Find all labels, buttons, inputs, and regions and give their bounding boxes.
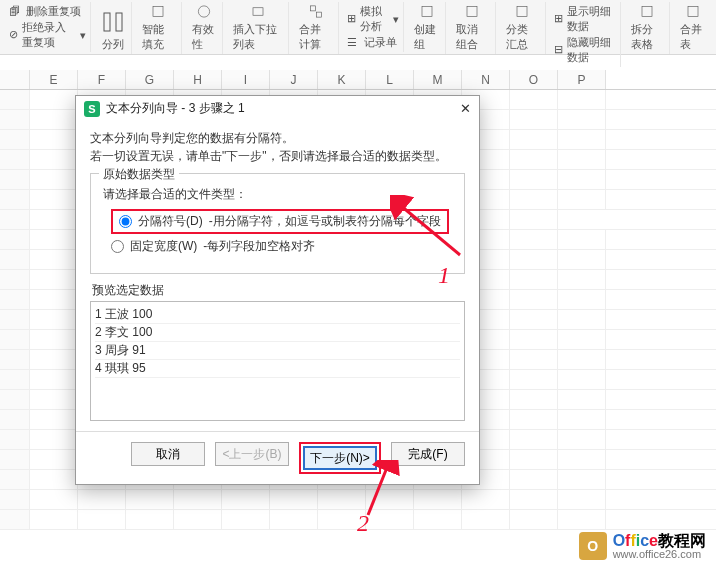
ribbon-toolbar: 🗐删除重复项 ⊘拒绝录入重复项 ▾ 分列 智能填充 有效性 插入下拉列表 合并计…	[0, 0, 716, 55]
col-header[interactable]	[0, 70, 30, 89]
detail-group: ⊞显示明细数据 ⊟隐藏明细数据	[550, 2, 621, 67]
subtotal-icon	[510, 4, 534, 19]
ungroup-icon	[460, 4, 484, 19]
col-header[interactable]: F	[78, 70, 126, 89]
svg-rect-8	[467, 7, 477, 17]
svg-rect-9	[517, 7, 527, 17]
columns-icon	[101, 10, 125, 34]
column-headers: E F G H I J K L M N O P	[0, 70, 716, 90]
svg-point-3	[198, 6, 209, 17]
preview-label: 预览选定数据	[92, 282, 465, 299]
col-header[interactable]: L	[366, 70, 414, 89]
create-group-button[interactable]: 创建组	[408, 2, 446, 54]
svg-rect-5	[310, 6, 315, 11]
merge-icon	[304, 4, 328, 19]
watermark-url: www.office26.com	[613, 549, 706, 560]
fixed-width-radio-label: 固定宽度(W)	[130, 238, 197, 255]
smart-fill-button[interactable]: 智能填充	[136, 2, 182, 54]
cancel-button[interactable]: 取消	[131, 442, 205, 466]
col-header[interactable]: H	[174, 70, 222, 89]
watermark-brand: Office教程网	[613, 533, 706, 549]
col-header[interactable]: G	[126, 70, 174, 89]
dialog-button-bar: 取消 <上一步(B) 下一步(N)> 完成(F)	[76, 431, 479, 484]
delete-duplicates-button[interactable]: 🗐删除重复项	[9, 4, 81, 19]
split-table-button[interactable]: 拆分表格	[625, 2, 671, 54]
reject-duplicates-button[interactable]: ⊘拒绝录入重复项 ▾	[9, 20, 86, 50]
svg-rect-11	[688, 7, 698, 17]
col-header[interactable]: P	[558, 70, 606, 89]
svg-rect-1	[116, 13, 122, 31]
group-icon	[415, 4, 439, 19]
watermark-icon: O	[579, 532, 607, 560]
watermark: O Office教程网 www.office26.com	[579, 532, 706, 560]
col-header[interactable]: M	[414, 70, 462, 89]
dialog-description: 文本分列向导判定您的数据有分隔符。 若一切设置无误，请单击"下一步"，否则请选择…	[90, 129, 465, 165]
data-preview: 1 王波 100 2 李文 100 3 周身 91 4 琪琪 95	[90, 301, 465, 421]
col-header[interactable]: K	[318, 70, 366, 89]
mock-analysis-button[interactable]: ⊞模拟分析 ▾	[347, 4, 399, 34]
ungroup-button[interactable]: 取消组合	[450, 2, 496, 54]
col-header[interactable]: E	[30, 70, 78, 89]
validity-icon	[192, 4, 216, 19]
insert-dropdown-button[interactable]: 插入下拉列表	[227, 2, 289, 54]
fixed-width-radio[interactable]	[111, 240, 124, 253]
annotation-arrow-1	[390, 195, 470, 265]
annotation-number-1: 1	[438, 262, 450, 289]
merge-table-button[interactable]: 合并表	[674, 2, 711, 54]
dialog-title: 文本分列向导 - 3 步骤之 1	[106, 100, 245, 117]
svg-rect-4	[253, 8, 263, 16]
show-detail-button[interactable]: ⊞显示明细数据	[554, 4, 616, 34]
record-analysis-group: ⊞模拟分析 ▾ ☰记录单	[343, 2, 404, 52]
delimited-radio-label: 分隔符号(D)	[138, 213, 203, 230]
close-button[interactable]: ✕	[460, 101, 471, 116]
svg-rect-6	[316, 12, 321, 17]
svg-rect-7	[422, 7, 432, 17]
merge-calc-button[interactable]: 合并计算	[293, 2, 339, 54]
hide-detail-button[interactable]: ⊟隐藏明细数据	[554, 35, 616, 65]
merge-table-icon	[681, 4, 705, 19]
col-header[interactable]: I	[222, 70, 270, 89]
svg-line-12	[400, 205, 460, 255]
dropdown-icon	[246, 4, 270, 19]
fixed-width-radio-desc: -每列字段加空格对齐	[203, 238, 315, 255]
annotation-number-2: 2	[357, 510, 369, 537]
split-table-icon	[635, 4, 659, 19]
text-to-columns-button[interactable]: 分列	[95, 2, 132, 54]
validity-button[interactable]: 有效性	[186, 2, 224, 54]
delimited-radio[interactable]	[119, 215, 132, 228]
duplicate-group: 🗐删除重复项 ⊘拒绝录入重复项 ▾	[5, 2, 91, 52]
text-to-columns-wizard-dialog: S 文本分列向导 - 3 步骤之 1 ✕ 文本分列向导判定您的数据有分隔符。 若…	[75, 95, 480, 485]
svg-rect-10	[642, 7, 652, 17]
dialog-titlebar[interactable]: S 文本分列向导 - 3 步骤之 1 ✕	[76, 96, 479, 121]
subtotal-button[interactable]: 分类汇总	[500, 2, 546, 54]
record-sheet-button[interactable]: ☰记录单	[347, 35, 397, 50]
svg-line-13	[368, 465, 388, 515]
wps-icon: S	[84, 101, 100, 117]
fieldset-legend: 原始数据类型	[99, 166, 179, 183]
back-button: <上一步(B)	[215, 442, 289, 466]
svg-rect-2	[153, 7, 163, 17]
svg-rect-0	[104, 13, 110, 31]
col-header[interactable]: J	[270, 70, 318, 89]
col-header[interactable]: N	[462, 70, 510, 89]
fill-icon	[146, 4, 170, 19]
col-header[interactable]: O	[510, 70, 558, 89]
